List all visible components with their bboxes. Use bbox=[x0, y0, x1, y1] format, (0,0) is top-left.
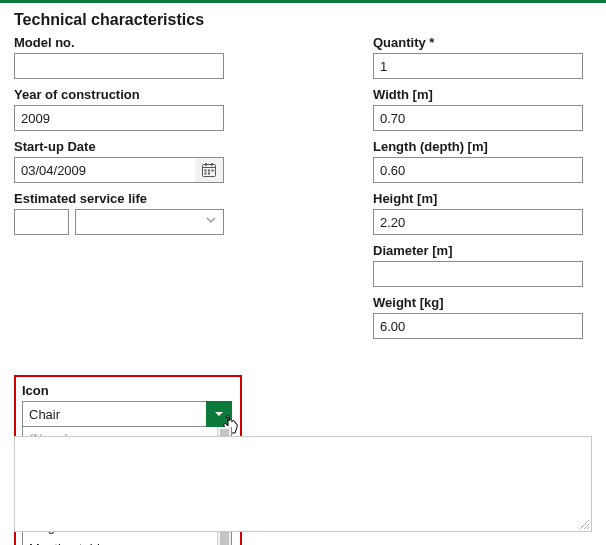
weight-input[interactable]: 6.00 bbox=[373, 313, 583, 339]
quantity-input[interactable]: 1 bbox=[373, 53, 583, 79]
width-input[interactable]: 0.70 bbox=[373, 105, 583, 131]
year-input[interactable]: 2009 bbox=[14, 105, 224, 131]
esl-label: Estimated service life bbox=[14, 191, 233, 206]
model-no-input[interactable] bbox=[14, 53, 224, 79]
weight-label: Weight [kg] bbox=[373, 295, 592, 310]
dropdown-option[interactable]: Meeting table bbox=[23, 537, 231, 545]
svg-rect-7 bbox=[205, 173, 207, 175]
svg-rect-6 bbox=[212, 170, 214, 172]
resize-handle-icon[interactable] bbox=[578, 518, 590, 530]
calendar-icon[interactable] bbox=[195, 158, 223, 182]
section-divider bbox=[0, 0, 606, 3]
svg-rect-5 bbox=[208, 170, 210, 172]
quantity-label: Quantity * bbox=[373, 35, 592, 50]
length-input[interactable]: 0.60 bbox=[373, 157, 583, 183]
notes-textarea[interactable] bbox=[14, 436, 592, 532]
length-label: Length (depth) [m] bbox=[373, 139, 592, 154]
section-title: Technical characteristics bbox=[0, 11, 606, 35]
svg-line-11 bbox=[587, 527, 589, 529]
esl-number-input[interactable] bbox=[14, 209, 69, 235]
chevron-down-icon bbox=[205, 214, 217, 229]
icon-combo-input[interactable]: Chair bbox=[22, 401, 232, 427]
diameter-input[interactable] bbox=[373, 261, 583, 287]
icon-label: Icon bbox=[22, 383, 234, 398]
left-column: Model no. Year of construction 2009 Star… bbox=[14, 35, 233, 347]
right-column: Quantity * 1 Width [m] 0.70 Length (dept… bbox=[373, 35, 592, 347]
icon-combo-toggle[interactable] bbox=[206, 401, 232, 427]
height-input[interactable]: 2.20 bbox=[373, 209, 583, 235]
startup-date-label: Start-up Date bbox=[14, 139, 233, 154]
svg-rect-4 bbox=[205, 170, 207, 172]
width-label: Width [m] bbox=[373, 87, 592, 102]
model-no-label: Model no. bbox=[14, 35, 233, 50]
diameter-label: Diameter [m] bbox=[373, 243, 592, 258]
svg-rect-8 bbox=[208, 173, 210, 175]
esl-unit-select[interactable] bbox=[75, 209, 224, 235]
year-label: Year of construction bbox=[14, 87, 233, 102]
height-label: Height [m] bbox=[373, 191, 592, 206]
startup-date-input[interactable]: 03/04/2009 bbox=[14, 157, 224, 183]
